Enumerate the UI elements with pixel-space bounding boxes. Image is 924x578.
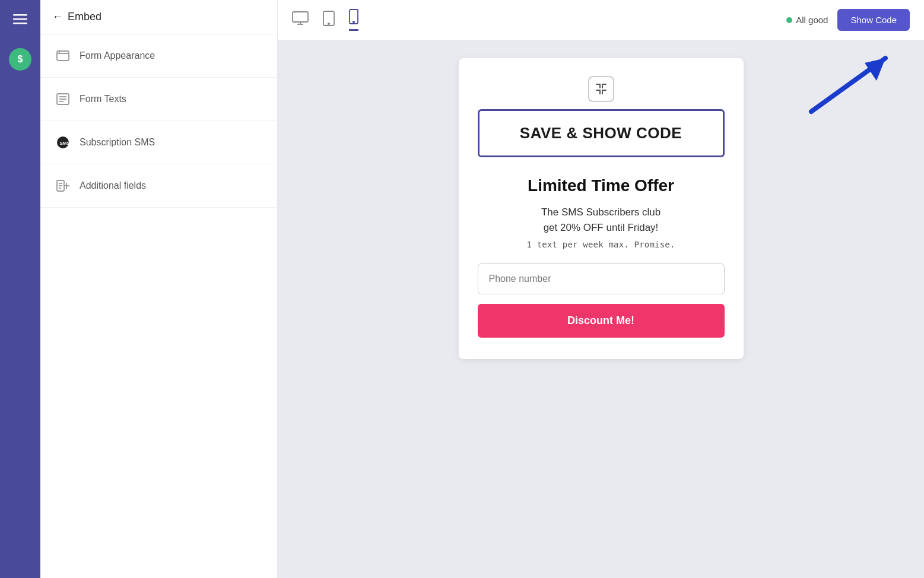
svg-rect-3 [57, 51, 69, 61]
arrow-annotation [793, 52, 877, 117]
tablet-icon[interactable] [323, 11, 335, 30]
save-show-code-button[interactable]: SAVE & SHOW CODE [478, 109, 725, 157]
desktop-icon[interactable] [292, 11, 309, 29]
svg-point-24 [353, 21, 354, 23]
form-title: Limited Time Offer [478, 176, 725, 195]
form-appearance-icon [55, 47, 71, 64]
hamburger-icon[interactable] [13, 12, 27, 29]
form-card: SAVE & SHOW CODE Limited Time Offer The … [459, 58, 744, 359]
sidebar-item-label-additional-fields: Additional fields [80, 180, 146, 191]
form-texts-icon [55, 91, 71, 107]
svg-rect-18 [293, 12, 308, 22]
device-icons [292, 9, 358, 31]
show-code-button[interactable]: Show Code [837, 9, 910, 31]
discount-button[interactable]: Discount Me! [478, 304, 725, 338]
nav-panel: ← Embed Form Appearance Form Texts [40, 0, 278, 578]
sidebar-item-label-form-appearance: Form Appearance [80, 50, 155, 61]
sidebar-item-label-form-texts: Form Texts [80, 94, 126, 104]
all-good-label: All good [796, 15, 828, 25]
sms-icon: SMS [55, 134, 71, 151]
sidebar-item-form-appearance[interactable]: Form Appearance [40, 34, 277, 78]
svg-point-22 [328, 23, 329, 24]
mobile-icon[interactable] [349, 9, 358, 31]
sidebar-item-additional-fields[interactable]: Additional fields [40, 164, 277, 208]
status-dot [786, 17, 792, 23]
svg-rect-0 [13, 14, 27, 16]
svg-rect-1 [13, 18, 27, 20]
form-subtitle: The SMS Subscribers clubget 20% OFF unti… [478, 205, 725, 235]
rotate-icon[interactable] [588, 76, 614, 102]
preview-area: SAVE & SHOW CODE Limited Time Offer The … [278, 40, 924, 578]
phone-input[interactable] [478, 263, 725, 294]
rotate-icon-container [478, 76, 725, 102]
nav-header-title: Embed [68, 11, 101, 23]
svg-rect-2 [13, 23, 27, 24]
sidebar-item-form-texts[interactable]: Form Texts [40, 78, 277, 121]
additional-fields-icon [55, 177, 71, 194]
top-bar: All good Show Code [278, 0, 924, 40]
sidebar-rail: $ [0, 0, 40, 578]
all-good-status: All good [786, 15, 828, 25]
form-note: 1 text per week max. Promise. [478, 240, 725, 249]
sidebar-item-label-subscription-sms: Subscription SMS [80, 137, 155, 148]
dollar-avatar[interactable]: $ [9, 48, 31, 71]
top-bar-right: All good Show Code [786, 9, 910, 31]
main-content: All good Show Code [278, 0, 924, 578]
svg-text:SMS: SMS [60, 141, 70, 146]
back-arrow-icon[interactable]: ← [52, 11, 63, 23]
sidebar-item-subscription-sms[interactable]: SMS Subscription SMS [40, 121, 277, 164]
nav-header: ← Embed [40, 0, 277, 34]
